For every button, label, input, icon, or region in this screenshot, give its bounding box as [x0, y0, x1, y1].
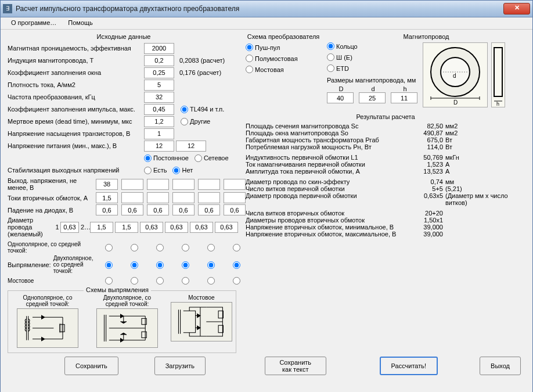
- duty-input[interactable]: [144, 104, 174, 115]
- duty-tl494-radio[interactable]: [181, 106, 188, 113]
- rect2-c5[interactable]: [207, 261, 215, 269]
- vout-6[interactable]: [224, 179, 246, 190]
- results-heading: Результаты расчета: [246, 113, 525, 120]
- conv-pushpull-radio[interactable]: [246, 44, 253, 51]
- vdrop-4[interactable]: [172, 204, 195, 215]
- dim-D-input[interactable]: [327, 92, 354, 103]
- vdrop-1[interactable]: [96, 204, 118, 215]
- rect3-c4[interactable]: [182, 277, 189, 285]
- r10-extra: (Диаметр мм x число витков): [445, 192, 525, 206]
- conv-halfbridge-radio[interactable]: [246, 55, 253, 62]
- vsat-input[interactable]: [144, 128, 174, 139]
- rect1-c3[interactable]: [156, 244, 164, 251]
- wire-4[interactable]: [165, 222, 188, 233]
- core-e-radio[interactable]: [327, 53, 334, 61]
- fillwin-label: Коэффициент заполнения окна: [8, 69, 144, 76]
- stab-yes-radio[interactable]: [144, 167, 152, 174]
- titlebar: ∃ Расчет импульсного трансформатора двух…: [1, 1, 532, 17]
- vdrop-3[interactable]: [147, 204, 169, 215]
- dead-input[interactable]: [144, 116, 174, 127]
- window-title: Расчет импульсного трансформатора двухта…: [16, 5, 503, 13]
- r3-label: Габаритная мощность трансформатора Pгаб: [246, 136, 408, 143]
- vout-3[interactable]: [147, 179, 169, 190]
- r6-val: 1,523: [408, 161, 445, 168]
- rect3-c6[interactable]: [233, 277, 240, 285]
- vout-1[interactable]: [96, 179, 118, 190]
- rect-heading: Выпрямление:: [8, 261, 51, 268]
- close-icon[interactable]: ✕: [503, 3, 530, 15]
- vdrop-5[interactable]: [198, 204, 220, 215]
- duty-label: Коэффициент заполнения импульса, макс.: [8, 106, 144, 113]
- r13-val: 39,000: [408, 224, 445, 231]
- wire-prim[interactable]: [60, 222, 79, 233]
- iout-5[interactable]: [198, 192, 220, 203]
- r12-label: Диаметры проводов вторичных обмоток: [246, 217, 408, 224]
- menu-about[interactable]: О программе…: [5, 17, 62, 29]
- fillwin-input[interactable]: [144, 67, 174, 78]
- wire-2[interactable]: [115, 222, 138, 233]
- r7-label: Амплитуда тока первичной обмотки, А: [246, 168, 408, 175]
- wire-6[interactable]: [215, 222, 238, 233]
- rect2-c3[interactable]: [156, 261, 164, 269]
- rect2-c6[interactable]: [233, 261, 240, 269]
- rect1-c1[interactable]: [105, 244, 113, 251]
- iout-3[interactable]: [147, 192, 169, 203]
- rect2-c2[interactable]: [131, 261, 138, 269]
- density-input[interactable]: [144, 80, 174, 91]
- vout-2[interactable]: [121, 179, 143, 190]
- iout-6[interactable]: [224, 192, 246, 203]
- rect3-c3[interactable]: [156, 277, 164, 285]
- r3-val: 675,0: [408, 136, 445, 143]
- vsat-label: Напряжение насыщения транзисторов, В: [8, 130, 144, 137]
- rect1-c4[interactable]: [182, 244, 189, 251]
- exit-button[interactable]: Выход: [480, 357, 521, 375]
- supply-ac-radio[interactable]: [195, 154, 202, 162]
- rect1-c2[interactable]: [131, 244, 138, 251]
- scheme3-diagram: [171, 302, 232, 341]
- freq-input[interactable]: [144, 92, 174, 103]
- calc-button[interactable]: Рассчитать!: [380, 357, 438, 375]
- vout-4[interactable]: [172, 179, 195, 190]
- rect3-c2[interactable]: [131, 277, 138, 285]
- stab-yes-label: Есть: [153, 167, 167, 174]
- vin-max-input[interactable]: [176, 141, 206, 152]
- menu-help[interactable]: Помощь: [62, 17, 99, 29]
- wire-5[interactable]: [190, 222, 213, 233]
- rect2-c4[interactable]: [182, 261, 189, 269]
- duty-other-radio[interactable]: [181, 118, 188, 125]
- freq-label: Частота преобразования, кГц: [8, 93, 144, 100]
- core-etd-radio[interactable]: [327, 64, 334, 72]
- wire-1[interactable]: [90, 222, 113, 233]
- rect1-c6[interactable]: [233, 244, 240, 251]
- induction-input[interactable]: [144, 55, 174, 66]
- core-heading: Магнитопровод: [327, 33, 525, 40]
- iout-2[interactable]: [121, 192, 143, 203]
- vin-min-input[interactable]: [144, 141, 174, 152]
- dim-d-input[interactable]: [359, 92, 386, 103]
- supply-ac-label: Сетевое: [204, 154, 229, 161]
- savetext-button[interactable]: Сохранить как текст: [265, 357, 326, 375]
- rect3-c1[interactable]: [105, 277, 113, 285]
- rect3-c5[interactable]: [207, 277, 215, 285]
- perm-input[interactable]: [144, 43, 174, 54]
- iout-4[interactable]: [172, 192, 195, 203]
- conv-bridge-radio[interactable]: [246, 66, 253, 73]
- supply-dc-radio[interactable]: [144, 154, 152, 162]
- svg-text:d: d: [453, 73, 456, 79]
- dim-h-input[interactable]: [391, 92, 417, 103]
- vdrop-2[interactable]: [121, 204, 143, 215]
- wire-3[interactable]: [140, 222, 163, 233]
- iout-1[interactable]: [96, 192, 118, 203]
- stab-no-radio[interactable]: [172, 167, 180, 174]
- save-button[interactable]: Сохранить: [64, 357, 118, 375]
- vdrop-6[interactable]: [224, 204, 246, 215]
- vout-label: Выход. напряжения, не менее, В: [8, 177, 95, 191]
- menubar: О программе… Помощь: [1, 17, 532, 30]
- load-button[interactable]: Загрузить: [154, 357, 206, 375]
- rect2-c1[interactable]: [105, 261, 113, 269]
- rect1-c5[interactable]: [207, 244, 215, 251]
- core-ring-radio[interactable]: [327, 42, 334, 50]
- core-side-diagram: h: [491, 42, 505, 107]
- core-front-diagram: D d: [423, 42, 488, 107]
- vout-5[interactable]: [198, 179, 220, 190]
